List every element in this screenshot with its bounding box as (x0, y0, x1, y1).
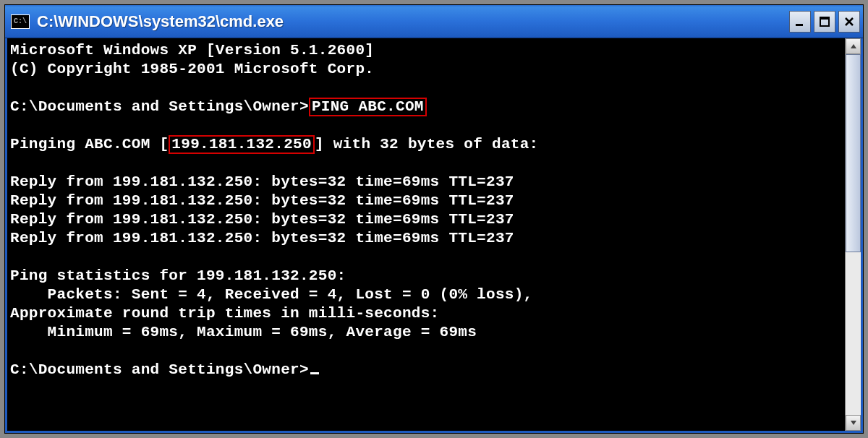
titlebar[interactable]: C:\ C:\WINDOWS\system32\cmd.exe (5, 5, 863, 38)
prompt-2: C:\Documents and Settings\Owner> (10, 361, 309, 378)
reply-line: Reply from 199.181.132.250: bytes=32 tim… (10, 173, 514, 190)
cmd-window: C:\ C:\WINDOWS\system32\cmd.exe Microsof… (4, 4, 864, 434)
ip-highlight: 199.181.132.250 (169, 135, 315, 154)
scroll-up-button[interactable] (846, 38, 861, 54)
minimize-button[interactable] (789, 11, 811, 33)
client-area: Microsoft Windows XP [Version 5.1.2600] … (5, 38, 863, 433)
stats-packets: Packets: Sent = 4, Received = 4, Lost = … (10, 286, 533, 303)
window-title: C:\WINDOWS\system32\cmd.exe (37, 12, 789, 31)
reply-line: Reply from 199.181.132.250: bytes=32 tim… (10, 230, 514, 246)
scroll-down-button[interactable] (846, 415, 861, 431)
maximize-button[interactable] (814, 11, 835, 33)
stats-times: Minimum = 69ms, Maximum = 69ms, Average … (10, 324, 477, 340)
pinging-post: ] with 32 bytes of data: (315, 136, 539, 153)
version-line: Microsoft Windows XP [Version 5.1.2600] (10, 42, 374, 59)
vertical-scrollbar[interactable] (845, 38, 861, 431)
stats-approx: Approximate round trip times in milli-se… (10, 305, 440, 322)
reply-line: Reply from 199.181.132.250: bytes=32 tim… (10, 192, 514, 209)
ping-command-highlight: PING ABC.COM (309, 98, 427, 116)
prompt-1: C:\Documents and Settings\Owner> (10, 98, 309, 115)
svg-rect-2 (820, 17, 829, 20)
scroll-thumb[interactable] (846, 54, 861, 252)
reply-line: Reply from 199.181.132.250: bytes=32 tim… (10, 211, 514, 228)
cmd-icon: C:\ (11, 14, 30, 29)
scroll-track[interactable] (846, 54, 861, 415)
pinging-pre: Pinging ABC.COM [ (10, 136, 169, 153)
copyright-line: (C) Copyright 1985-2001 Microsoft Corp. (10, 61, 374, 77)
cursor-icon (310, 372, 319, 374)
terminal-output[interactable]: Microsoft Windows XP [Version 5.1.2600] … (7, 38, 845, 431)
close-button[interactable] (838, 11, 860, 33)
svg-rect-0 (796, 24, 803, 26)
window-controls (789, 11, 860, 33)
stats-header: Ping statistics for 199.181.132.250: (10, 267, 346, 284)
